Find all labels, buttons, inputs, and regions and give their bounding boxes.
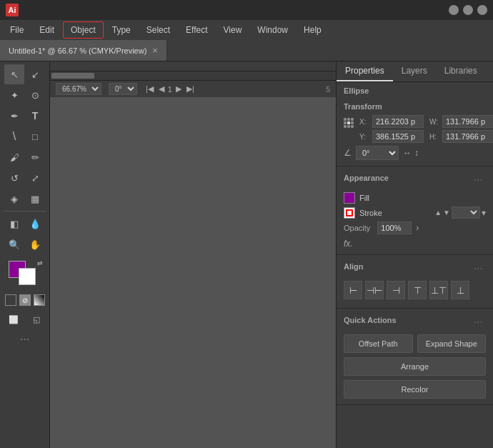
swap-colors-button[interactable]: ⇄: [37, 259, 43, 267]
menu-object[interactable]: Object: [63, 21, 104, 39]
lasso-tool[interactable]: ⊙: [25, 85, 45, 105]
stroke-up-button[interactable]: ▲: [434, 209, 442, 216]
color-mode-color[interactable]: [5, 294, 16, 306]
canvas-area[interactable]: 66.67% 0° |◀ ◀ 1 ▶ ▶| 5: [50, 61, 336, 448]
x-input[interactable]: [372, 115, 424, 128]
pen-tool[interactable]: ✒: [4, 106, 24, 126]
appearance-more-button[interactable]: ···: [471, 172, 486, 188]
fill-swatch[interactable]: [344, 192, 355, 204]
close-tab-button[interactable]: ×: [152, 45, 158, 56]
menu-effect[interactable]: Effect: [179, 22, 214, 38]
more-tools-button[interactable]: ···: [20, 333, 29, 346]
graph-tool[interactable]: ▦: [25, 189, 45, 209]
direct-selection-tool[interactable]: ↙: [25, 64, 45, 84]
zoom-select[interactable]: 66.67%: [56, 83, 101, 95]
ref-dot-br[interactable]: [351, 125, 354, 128]
blend-tool[interactable]: ◈: [4, 189, 24, 209]
angle-select[interactable]: 0°: [109, 83, 137, 95]
recolor-button[interactable]: Recolor: [344, 380, 486, 399]
nav-last-button[interactable]: ▶|: [185, 84, 196, 94]
align-bottom-button[interactable]: ⊥: [451, 281, 469, 299]
nav-prev-button[interactable]: ◀: [157, 84, 166, 94]
menu-view[interactable]: View: [216, 22, 249, 38]
pencil-tool[interactable]: ✏: [25, 147, 45, 167]
document-tab[interactable]: Untitled-1* @ 66.67 % (CMYK/Preview) ×: [0, 40, 167, 61]
color-mode-gradient[interactable]: [34, 294, 45, 306]
scale-tool[interactable]: ⤢: [25, 168, 45, 188]
nav-first-button[interactable]: |◀: [144, 84, 155, 94]
rotate-tool[interactable]: ↺: [4, 168, 24, 188]
menu-file[interactable]: File: [3, 22, 31, 38]
tab-layers[interactable]: Layers: [393, 61, 436, 81]
opacity-expand-button[interactable]: ›: [416, 223, 419, 233]
fx-button[interactable]: fx.: [344, 239, 353, 249]
window-controls[interactable]: — □ ✕: [449, 5, 487, 15]
menu-select[interactable]: Select: [139, 22, 177, 38]
stroke-down-button[interactable]: ▼: [443, 209, 450, 216]
tab-libraries[interactable]: Libraries: [436, 61, 486, 81]
horizontal-scrollbar[interactable]: [50, 71, 336, 80]
align-left-button[interactable]: ⊢: [344, 281, 362, 299]
artboard-number: 1: [168, 85, 172, 94]
ref-dot-tr[interactable]: [351, 118, 354, 121]
minimize-button[interactable]: —: [449, 5, 459, 15]
shape-tool[interactable]: □: [25, 126, 45, 146]
transform-reference[interactable]: [344, 118, 354, 128]
ref-dot-tl[interactable]: [344, 118, 347, 121]
close-button[interactable]: ✕: [477, 5, 487, 15]
tab-bar: Untitled-1* @ 66.67 % (CMYK/Preview) ×: [0, 40, 493, 61]
ref-dot-bm[interactable]: [347, 125, 350, 128]
expand-shape-button[interactable]: Expand Shape: [417, 334, 487, 353]
zoom-tool[interactable]: 🔍: [4, 234, 24, 254]
background-color[interactable]: [19, 268, 36, 285]
quick-actions-more-button[interactable]: ···: [471, 314, 486, 330]
h-input[interactable]: [442, 130, 493, 143]
align-top-button[interactable]: ⊤: [408, 281, 427, 299]
w-input[interactable]: [442, 115, 493, 128]
opacity-input[interactable]: [377, 221, 412, 234]
type-tool[interactable]: T: [25, 106, 45, 126]
transform-title: Transform: [344, 102, 486, 111]
flip-horizontal-button[interactable]: ↔: [403, 148, 412, 158]
menu-type[interactable]: Type: [105, 22, 138, 38]
menu-help[interactable]: Help: [297, 22, 329, 38]
paintbrush-tool[interactable]: 🖌: [4, 147, 24, 167]
flip-vertical-button[interactable]: ↕: [414, 148, 419, 158]
ref-dot-mm[interactable]: [347, 121, 350, 124]
magic-wand-tool[interactable]: ✦: [4, 85, 24, 105]
tool-group-line: \ □: [4, 126, 45, 146]
ref-dot-mr[interactable]: [351, 121, 354, 124]
extra-tools-row: ⬜ ◱: [4, 309, 46, 329]
arrange-button[interactable]: Arrange: [344, 357, 486, 376]
y-input[interactable]: [372, 130, 424, 143]
hand-tool[interactable]: ✋: [25, 234, 45, 254]
gradient-tool[interactable]: ◧: [4, 214, 24, 234]
align-right-button[interactable]: ⊣: [387, 281, 405, 299]
ref-dot-ml[interactable]: [344, 121, 347, 124]
nav-next-button[interactable]: ▶: [174, 84, 183, 94]
menu-edit[interactable]: Edit: [32, 22, 61, 38]
color-mode-none[interactable]: ⊘: [19, 294, 31, 306]
view-toggle[interactable]: ◱: [26, 309, 46, 329]
tool-group-transform: ↺ ⤢: [4, 168, 45, 188]
ref-dot-bl[interactable]: [344, 125, 347, 128]
transform-section: Transform: [337, 96, 493, 166]
artboard-tool[interactable]: ⬜: [4, 309, 24, 329]
align-more-button[interactable]: ···: [471, 261, 486, 277]
tab-properties[interactable]: Properties: [337, 61, 393, 81]
ref-dot-tm[interactable]: [347, 118, 350, 121]
menu-window[interactable]: Window: [250, 22, 295, 38]
selection-tool[interactable]: ↖: [4, 64, 24, 84]
align-center-h-button[interactable]: ⊣⊢: [365, 281, 384, 299]
stroke-weight-select[interactable]: [452, 206, 480, 219]
align-center-v-button[interactable]: ⊥⊤: [429, 281, 448, 299]
maximize-button[interactable]: □: [463, 5, 473, 15]
stroke-swatch[interactable]: [344, 207, 355, 219]
eyedropper-tool[interactable]: 💧: [25, 214, 45, 234]
stroke-options-button[interactable]: ▾: [482, 208, 486, 218]
scroll-thumb-h[interactable]: [51, 73, 94, 79]
angle-input[interactable]: 0°: [356, 146, 399, 160]
line-tool[interactable]: \: [4, 126, 24, 146]
app-icon: Ai: [6, 4, 19, 16]
offset-path-button[interactable]: Offset Path: [344, 334, 413, 353]
